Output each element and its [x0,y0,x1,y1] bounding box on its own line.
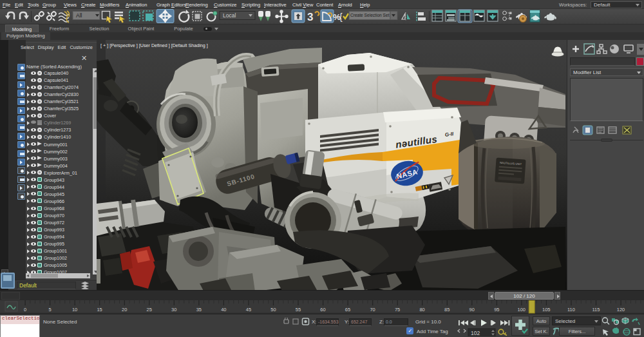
svg-text:65: 65 [345,307,350,313]
svg-text:102: 102 [471,330,480,336]
svg-text:3: 3 [307,11,313,23]
svg-text:0: 0 [24,307,26,313]
svg-text:45: 45 [246,307,251,313]
svg-text:75: 75 [395,307,400,313]
svg-text:120: 120 [617,307,625,313]
svg-text:20: 20 [122,307,127,313]
svg-text:100: 100 [518,307,526,313]
svg-text:15: 15 [97,307,102,313]
svg-text:30: 30 [171,307,176,313]
svg-text:Create Selection Set: Create Selection Set [350,13,390,17]
svg-text:85: 85 [444,307,450,313]
svg-text:[ + ] [Perspective ] [User Def: [ + ] [Perspective ] [User Defined ] [De… [100,43,208,48]
svg-text:90: 90 [469,307,475,313]
svg-text:40: 40 [221,307,226,313]
svg-text:95: 95 [494,307,499,313]
svg-text:35: 35 [196,307,202,313]
svg-text:50: 50 [270,307,276,313]
svg-text:105: 105 [542,307,551,313]
svg-text:{: { [339,12,343,22]
svg-text:70: 70 [370,307,375,313]
svg-text:5: 5 [48,307,51,313]
svg-text:110: 110 [567,307,575,313]
svg-text:All: All [76,12,82,19]
svg-text:Local: Local [223,12,236,19]
svg-text:10: 10 [72,307,77,313]
svg-text:25: 25 [147,307,152,313]
svg-text:60: 60 [320,307,325,313]
svg-text:80: 80 [419,307,424,313]
svg-text:55: 55 [296,307,301,313]
svg-text:115: 115 [592,307,600,313]
